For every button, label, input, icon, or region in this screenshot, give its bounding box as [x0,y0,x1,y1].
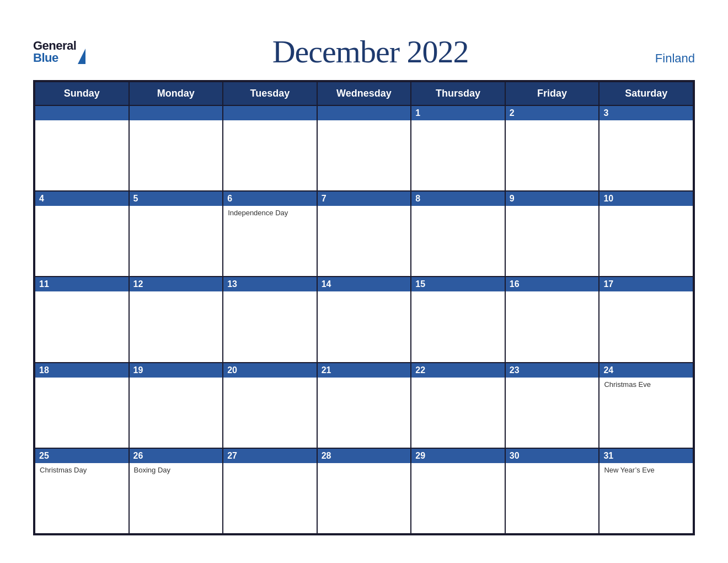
day-cell-w4-d4: 21 [317,363,411,448]
day-cell-w5-d7: 31New Year’s Eve [599,448,693,534]
day-cell-w4-d5: 22 [411,363,505,448]
day-number-w4-d2: 19 [130,363,223,378]
header-friday: Friday [505,82,599,105]
event-label: Independence Day [228,209,312,217]
calendar-grid: Sunday Monday Tuesday Wednesday Thursday… [33,80,695,535]
day-number-w1-d6: 2 [506,106,599,120]
logo: General Blue [33,40,85,64]
day-number-w1-d4 [318,106,411,120]
calendar-page: General Blue December 2022 Finland Sunda… [17,17,711,546]
day-cell-w3-d1: 11 [35,277,129,362]
day-cell-w1-d3 [223,105,317,191]
event-label: Christmas Day [40,466,124,474]
event-label: New Year’s Eve [604,466,688,474]
day-cell-w5-d2: 26Boxing Day [129,448,223,534]
week-row-2: 456Independence Day78910 [35,191,693,277]
day-number-w3-d7: 17 [599,277,693,291]
header-monday: Monday [129,82,223,105]
day-number-w2-d7: 10 [599,192,693,206]
day-cell-w1-d1 [35,105,129,191]
country-label: Finland [655,51,695,70]
day-cell-w3-d3: 13 [223,277,317,362]
day-cell-w5-d4: 28 [317,448,411,534]
day-cell-w4-d6: 23 [505,363,599,448]
event-label: Christmas Eve [604,380,688,389]
day-cell-w5-d1: 25Christmas Day [35,448,129,534]
header-saturday: Saturday [599,82,693,105]
day-number-w4-d4: 21 [318,363,411,378]
logo-blue-text: Blue [33,52,76,64]
day-cell-w4-d7: 24Christmas Eve [599,363,693,448]
day-headers-row: Sunday Monday Tuesday Wednesday Thursday… [35,82,693,105]
header-tuesday: Tuesday [223,82,317,105]
day-number-w5-d1: 25 [35,449,129,463]
day-number-w2-d2: 5 [130,192,223,206]
day-cell-w3-d4: 14 [317,277,411,362]
day-number-w5-d6: 30 [506,449,599,463]
day-number-w1-d3 [223,106,317,120]
day-cell-w3-d2: 12 [129,277,223,362]
day-number-w4-d6: 23 [506,363,599,378]
day-cell-w2-d5: 8 [411,191,505,277]
day-cell-w2-d2: 5 [129,191,223,277]
week-row-4: 18192021222324Christmas Eve [35,363,693,448]
page-title: December 2022 [272,33,469,70]
week-row-5: 25Christmas Day26Boxing Day2728293031New… [35,448,693,534]
day-cell-w2-d4: 7 [317,191,411,277]
day-cell-w3-d7: 17 [599,277,693,362]
week-row-1: 123 [35,105,693,191]
day-cell-w4-d1: 18 [35,363,129,448]
day-cell-w2-d7: 10 [599,191,693,277]
day-number-w4-d3: 20 [223,363,317,378]
day-number-w3-d6: 16 [506,277,599,291]
day-number-w3-d3: 13 [223,277,317,291]
day-number-w2-d5: 8 [411,192,505,206]
day-number-w5-d2: 26 [130,449,223,463]
day-number-w3-d1: 11 [35,277,129,291]
day-cell-w3-d6: 16 [505,277,599,362]
day-number-w2-d3: 6 [223,192,317,206]
day-cell-w4-d3: 20 [223,363,317,448]
day-cell-w3-d5: 15 [411,277,505,362]
day-cell-w5-d6: 30 [505,448,599,534]
header-sunday: Sunday [35,82,129,105]
day-number-w5-d4: 28 [318,449,411,463]
day-number-w1-d1 [35,106,129,120]
day-number-w1-d5: 1 [411,106,505,120]
week-row-3: 11121314151617 [35,277,693,362]
day-cell-w2-d3: 6Independence Day [223,191,317,277]
day-cell-w1-d6: 2 [505,105,599,191]
day-events-w5-d7: New Year’s Eve [599,463,693,477]
day-cell-w1-d7: 3 [599,105,693,191]
day-number-w2-d4: 7 [318,192,411,206]
day-number-w4-d1: 18 [35,363,129,378]
day-number-w3-d2: 12 [130,277,223,291]
day-cell-w5-d3: 27 [223,448,317,534]
day-cell-w5-d5: 29 [411,448,505,534]
day-number-w2-d6: 9 [506,192,599,206]
day-events-w4-d7: Christmas Eve [599,378,693,391]
day-events-w5-d2: Boxing Day [130,463,223,477]
day-number-w1-d2 [130,106,223,120]
header-thursday: Thursday [411,82,505,105]
day-cell-w1-d5: 1 [411,105,505,191]
logo-general-text: General [33,40,76,52]
day-number-w3-d4: 14 [318,277,411,291]
day-number-w5-d3: 27 [223,449,317,463]
day-cell-w1-d2 [129,105,223,191]
day-cell-w2-d1: 4 [35,191,129,277]
day-cell-w2-d6: 9 [505,191,599,277]
event-label: Boxing Day [134,466,218,474]
day-number-w2-d1: 4 [35,192,129,206]
day-number-w1-d7: 3 [599,106,693,120]
day-cell-w4-d2: 19 [129,363,223,448]
day-number-w5-d7: 31 [599,449,693,463]
logo-triangle-icon [78,49,85,64]
day-events-w5-d1: Christmas Day [35,463,129,477]
day-number-w5-d5: 29 [411,449,505,463]
day-events-w2-d3: Independence Day [223,206,317,220]
day-cell-w1-d4 [317,105,411,191]
page-header: General Blue December 2022 Finland [33,33,695,70]
day-number-w3-d5: 15 [411,277,505,291]
header-wednesday: Wednesday [317,82,411,105]
